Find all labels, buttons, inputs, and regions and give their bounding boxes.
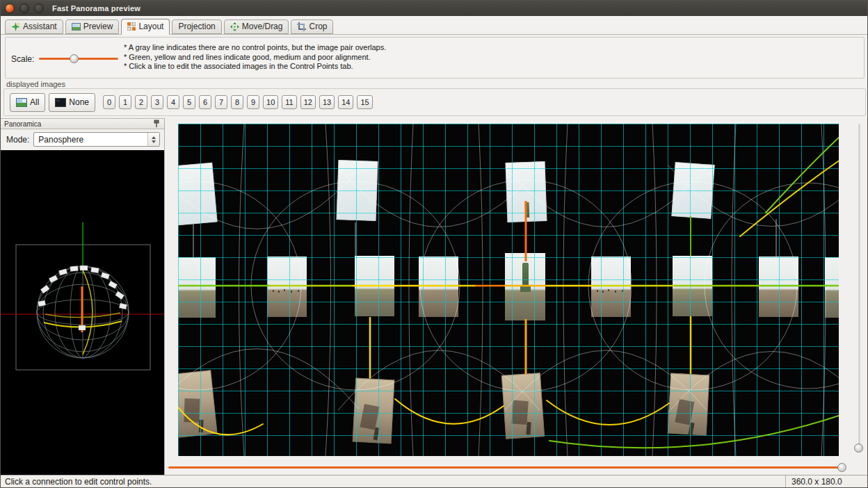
mode-dropdown[interactable]: Panosphere — [33, 132, 160, 147]
image-button-9[interactable]: 9 — [247, 95, 259, 109]
none-button[interactable]: None — [49, 93, 95, 112]
scale-slider-handle[interactable] — [70, 54, 79, 63]
image-button-8[interactable]: 8 — [231, 95, 243, 109]
tab-label: Preview — [83, 22, 113, 31]
window-title: Fast Panorama preview — [52, 4, 140, 13]
tab-move-drag[interactable]: Move/Drag — [224, 19, 289, 34]
all-button[interactable]: All — [10, 93, 45, 112]
window-controls — [5, 3, 44, 13]
tab-label: Move/Drag — [242, 22, 283, 31]
panel-title: Panoramica — [4, 120, 41, 128]
app-window: Fast Panorama preview Assistant Preview … — [0, 0, 868, 488]
mode-label: Mode: — [6, 135, 29, 145]
image-button-5[interactable]: 5 — [183, 95, 195, 109]
image-button-1[interactable]: 1 — [119, 95, 131, 109]
help-line-3: * Click a line to edit the associated im… — [124, 62, 386, 72]
connection-lines-overlay[interactable] — [178, 124, 839, 456]
image-button-0[interactable]: 0 — [103, 95, 115, 109]
scale-label: Scale: — [11, 54, 34, 64]
image-button-13[interactable]: 13 — [319, 95, 335, 109]
tab-label: Layout — [138, 22, 163, 31]
image-button-15[interactable]: 15 — [357, 95, 372, 109]
tab-crop[interactable]: Crop — [291, 19, 333, 34]
panosphere-preview[interactable] — [1, 150, 164, 476]
displayed-images-label: displayed images — [6, 80, 65, 88]
titlebar: Fast Panorama preview — [1, 1, 867, 16]
no-images-icon — [55, 98, 66, 107]
image-button-6[interactable]: 6 — [199, 95, 211, 109]
minimize-button[interactable] — [19, 3, 29, 13]
panosphere-wireframe — [1, 150, 164, 476]
image-button-11[interactable]: 11 — [282, 95, 296, 109]
close-button[interactable] — [5, 3, 15, 13]
image-button-10[interactable]: 10 — [263, 95, 278, 109]
image-button-14[interactable]: 14 — [338, 95, 353, 109]
layout-main-area — [166, 118, 868, 476]
maximize-button[interactable] — [34, 3, 44, 13]
all-images-icon — [16, 98, 27, 107]
image-button-7[interactable]: 7 — [215, 95, 227, 109]
displayed-images-group: All None 0 1 2 3 4 5 6 7 8 9 10 11 12 13… — [3, 88, 866, 116]
none-button-label: None — [69, 97, 89, 107]
tab-label: Projection — [178, 22, 215, 31]
tab-label: Crop — [309, 22, 327, 31]
panosphere-panel: Panoramica Mode: Panosphere — [1, 118, 165, 476]
tab-projection[interactable]: Projection — [172, 19, 221, 34]
crop-icon — [297, 22, 306, 31]
tabbar: Assistant Preview Layout Projection Move… — [1, 16, 867, 35]
horizontal-pan-track[interactable] — [168, 466, 844, 469]
help-line-1: * A gray line indicates there are no con… — [124, 43, 386, 53]
image-button-4[interactable]: 4 — [167, 95, 179, 109]
layout-grid-icon — [127, 22, 136, 31]
tab-layout[interactable]: Layout — [121, 19, 170, 35]
image-number-buttons: 0 1 2 3 4 5 6 7 8 9 10 11 12 13 14 15 — [103, 95, 373, 109]
tab-assistant[interactable]: Assistant — [5, 19, 63, 34]
panorama-dimensions: 360.0 x 180.0 — [785, 475, 867, 487]
layout-canvas[interactable] — [178, 124, 839, 456]
statusbar: Click a connection to edit control point… — [1, 475, 867, 487]
image-button-3[interactable]: 3 — [151, 95, 163, 109]
image-button-2[interactable]: 2 — [135, 95, 147, 109]
mode-row: Mode: Panosphere — [1, 129, 164, 149]
mode-value: Panosphere — [34, 135, 83, 145]
panel-header: Panoramica — [1, 118, 164, 129]
horizontal-pan-handle[interactable] — [837, 463, 846, 472]
scale-panel: Scale: * A gray line indicates there are… — [5, 37, 865, 79]
vertical-pan-track[interactable] — [858, 124, 860, 450]
all-button-label: All — [30, 97, 39, 107]
dropdown-spinner-icon[interactable] — [147, 133, 159, 146]
pin-icon[interactable] — [152, 120, 161, 128]
status-message: Click a connection to edit control point… — [1, 477, 785, 487]
scale-slider-track[interactable] — [39, 58, 118, 60]
tab-label: Assistant — [23, 22, 57, 31]
wand-icon — [11, 22, 20, 31]
image-button-12[interactable]: 12 — [300, 95, 316, 109]
preview-icon — [72, 23, 81, 31]
vertical-pan-handle[interactable] — [854, 444, 863, 453]
help-line-2: * Green, yellow and red lines indicate g… — [124, 53, 386, 63]
move-arrows-icon — [230, 22, 239, 31]
tab-preview[interactable]: Preview — [65, 19, 120, 34]
help-text: * A gray line indicates there are no con… — [124, 43, 386, 72]
